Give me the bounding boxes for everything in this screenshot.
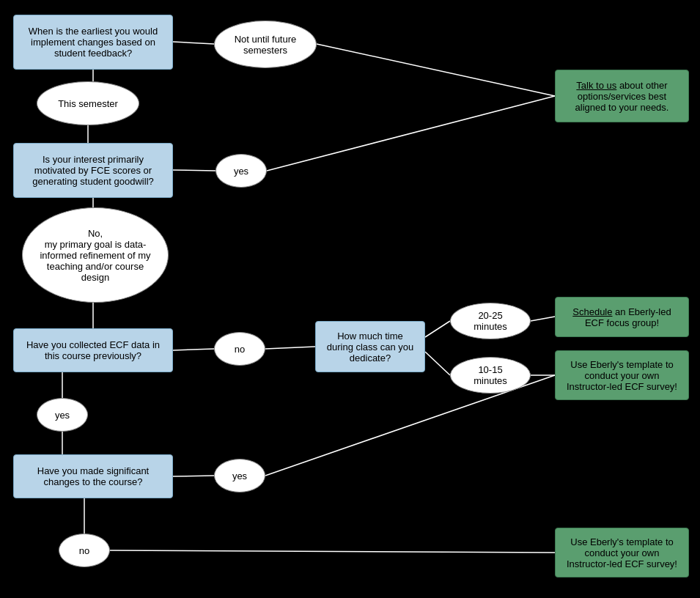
svg-line-8 xyxy=(173,349,214,350)
answer-no-1: no xyxy=(214,332,265,366)
answer-no-primary: No, my primary goal is data-informed ref… xyxy=(22,207,169,303)
yes1-label: yes xyxy=(234,166,248,177)
svg-line-10 xyxy=(425,321,450,337)
no1-label: no xyxy=(235,344,245,355)
talk-to-us-text: Talk to us about other options/services … xyxy=(564,80,679,113)
answer-10-15-min: 10-15 minutes xyxy=(450,357,531,394)
svg-line-9 xyxy=(265,347,315,349)
svg-line-11 xyxy=(425,352,450,375)
q1-label: When is the earliest you would implement… xyxy=(23,26,163,59)
q4-label: Have you made significant changes to the… xyxy=(23,465,163,487)
q2-label: Is your interest primarily motivated by … xyxy=(23,154,163,187)
answer-future-semesters: Not until future semesters xyxy=(214,21,317,68)
question-3: Have you collected ECF data in this cour… xyxy=(13,328,173,372)
svg-line-12 xyxy=(531,317,555,321)
answer-yes-1: yes xyxy=(215,154,267,188)
answer-20-25-min: 20-25 minutes xyxy=(450,303,531,339)
svg-line-19 xyxy=(110,550,555,553)
question-time: How much time during class can you dedic… xyxy=(315,321,425,372)
eberly-template1-label: Use Eberly's template to conduct your ow… xyxy=(564,359,679,392)
svg-line-16 xyxy=(173,476,214,476)
svg-line-0 xyxy=(173,42,214,44)
yes3-label: yes xyxy=(232,470,247,481)
this-semester-label: This semester xyxy=(58,98,118,109)
answer-yes-3: yes xyxy=(214,459,265,492)
eberly-template2-label: Use Eberly's template to conduct your ow… xyxy=(564,536,679,569)
no2-label: no xyxy=(79,545,89,556)
min20-label: 20-25 minutes xyxy=(461,310,520,332)
action-schedule: Schedule an Eberly-led ECF focus group! xyxy=(555,297,689,337)
q3-label: Have you collected ECF data in this cour… xyxy=(23,339,163,361)
question-4: Have you made significant changes to the… xyxy=(13,454,173,498)
future-label: Not until future semesters xyxy=(225,34,306,56)
question-1: When is the earliest you would implement… xyxy=(13,15,173,70)
schedule-text: Schedule an Eberly-led ECF focus group! xyxy=(564,306,679,328)
no-primary-label: No, my primary goal is data-informed ref… xyxy=(33,228,158,283)
answer-this-semester: This semester xyxy=(37,81,139,125)
time-q-label: How much time during class can you dedic… xyxy=(325,331,416,363)
answer-no-2: no xyxy=(59,534,110,567)
talk-to-us-link[interactable]: Talk to us xyxy=(576,80,616,91)
question-2: Is your interest primarily motivated by … xyxy=(13,143,173,198)
action-talk-to-us: Talk to us about other options/services … xyxy=(555,70,689,122)
flowchart-diagram: When is the earliest you would implement… xyxy=(0,0,700,598)
action-eberly-template-2: Use Eberly's template to conduct your ow… xyxy=(555,528,689,577)
action-eberly-template-1: Use Eberly's template to conduct your ow… xyxy=(555,350,689,400)
svg-line-5 xyxy=(267,96,555,171)
yes2-label: yes xyxy=(55,410,70,421)
svg-line-4 xyxy=(173,170,215,171)
answer-yes-2: yes xyxy=(37,398,88,432)
svg-line-2 xyxy=(317,44,555,96)
min10-label: 10-15 minutes xyxy=(461,364,520,386)
schedule-link[interactable]: Schedule xyxy=(572,306,612,317)
